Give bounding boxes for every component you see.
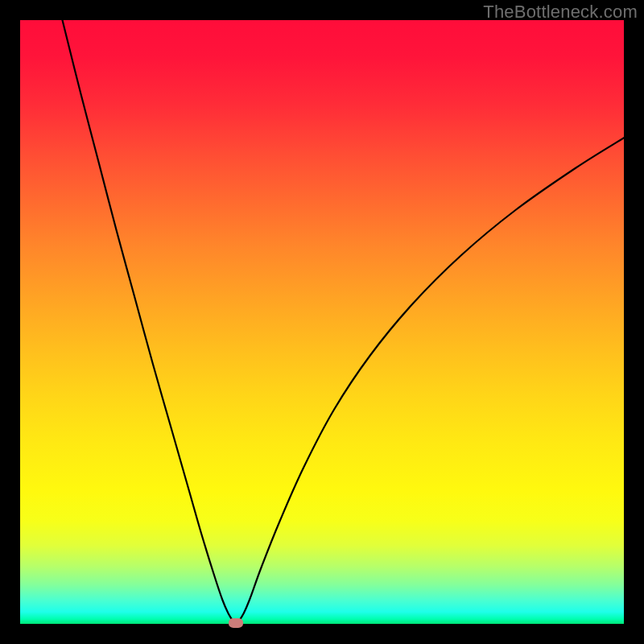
watermark-text: TheBottleneck.com	[483, 2, 638, 23]
bottleneck-curve	[63, 20, 625, 622]
plot-area	[20, 20, 624, 624]
optimum-marker	[229, 618, 243, 628]
chart-frame: TheBottleneck.com	[0, 0, 644, 644]
curve-svg	[20, 20, 624, 624]
